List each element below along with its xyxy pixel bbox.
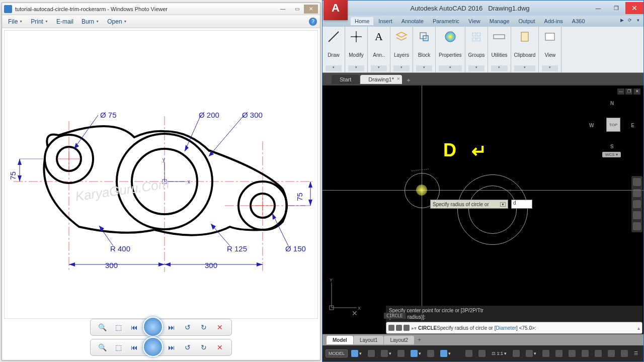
nav-showmotion-icon[interactable] — [633, 222, 641, 230]
status-grid-icon[interactable]: ▾ — [349, 349, 364, 358]
pv-titlebar[interactable]: tutorial-autocad-circle-trim-rockerarm -… — [2, 3, 320, 15]
panel-modify-expand[interactable]: ▾ — [348, 65, 364, 71]
panel-properties-expand[interactable]: ▾ — [439, 65, 462, 71]
close-button[interactable]: ✕ — [304, 5, 318, 14]
tab-insert[interactable]: Insert — [374, 17, 396, 25]
nav-zoom-icon[interactable] — [633, 200, 641, 208]
viewcube-wcs[interactable]: WCS ▾ — [602, 152, 621, 157]
menu-email[interactable]: E-mail — [53, 17, 76, 26]
status-isolate-icon[interactable] — [592, 349, 604, 358]
next-button-2[interactable]: ⏭ — [165, 341, 178, 354]
vp-close-icon[interactable]: ✕ — [633, 88, 640, 95]
layout-add-button[interactable]: + — [415, 335, 424, 344]
panel-utilities[interactable]: Utilities ▾ — [488, 27, 511, 72]
layout-2[interactable]: Layout2 — [384, 336, 414, 344]
status-workspace-icon[interactable]: ▾ — [523, 349, 539, 358]
panel-view[interactable]: View ▾ — [539, 27, 561, 72]
tab-annotate[interactable]: Annotate — [397, 17, 428, 25]
status-transparency-icon[interactable] — [476, 349, 488, 358]
measure-icon[interactable] — [491, 29, 507, 45]
status-ortho-icon[interactable] — [395, 349, 407, 358]
viewcube-top[interactable]: TOP — [606, 118, 620, 132]
panel-annotation-expand[interactable]: ▾ — [371, 65, 387, 71]
rotate-cw-icon-2[interactable]: ↻ — [197, 341, 210, 354]
status-osnap-icon[interactable]: ▾ — [438, 349, 453, 358]
tab-view[interactable]: View — [464, 17, 485, 25]
panel-clipboard-expand[interactable]: ▾ — [514, 65, 536, 71]
doctab-close-icon[interactable]: ✕ — [396, 76, 400, 81]
viewcube-s[interactable]: S — [610, 144, 614, 149]
panel-groups[interactable]: ⬚⬚⬚⬚ Groups ▾ — [465, 27, 489, 72]
status-infer-icon[interactable]: ▾ — [378, 349, 394, 358]
panel-draw-expand[interactable]: ▾ — [326, 65, 342, 71]
tab-collapse-icon[interactable]: ▾ — [634, 18, 641, 25]
dynamic-input[interactable]: d — [511, 200, 532, 209]
nav-pan-icon[interactable] — [633, 189, 641, 197]
properties-icon[interactable] — [442, 29, 458, 45]
tab-a360[interactable]: A360 — [568, 17, 589, 25]
panel-groups-expand[interactable]: ▾ — [468, 65, 485, 71]
acad-minimize-button[interactable]: — — [589, 2, 607, 14]
panel-block-expand[interactable]: ▾ — [416, 65, 432, 71]
nav-orbit-icon[interactable] — [633, 211, 641, 219]
doctab-add-button[interactable]: + — [403, 76, 414, 84]
autocad-logo-icon[interactable]: A — [324, 0, 348, 20]
status-model[interactable]: MODEL — [326, 349, 348, 357]
panel-layers[interactable]: Layers ▾ — [390, 27, 413, 72]
line-icon[interactable] — [326, 29, 342, 45]
cmd-toggle-icon[interactable] — [404, 325, 410, 331]
layout-1[interactable]: Layout1 — [354, 336, 384, 344]
panel-annotation[interactable]: A Ann.. ▾ — [368, 27, 390, 72]
paste-icon[interactable] — [517, 29, 533, 45]
layout-model[interactable]: Model — [327, 336, 353, 344]
menu-burn[interactable]: Burn▼ — [78, 17, 102, 26]
status-lockui-icon[interactable] — [579, 349, 591, 358]
block-icon[interactable] — [416, 29, 432, 45]
status-lineweight-icon[interactable] — [463, 349, 475, 358]
doctab-drawing1[interactable]: Drawing1*✕ — [360, 75, 402, 84]
panel-block[interactable]: Block ▾ — [413, 27, 436, 72]
status-gear-icon[interactable] — [510, 349, 522, 358]
tab-manage[interactable]: Manage — [486, 17, 514, 25]
rotate-ccw-icon-2[interactable]: ↺ — [181, 341, 194, 354]
menu-file[interactable]: File▼ — [5, 17, 26, 26]
viewcube-n[interactable]: N — [610, 101, 614, 106]
zoom-slider-icon[interactable]: 🔍 — [96, 321, 109, 334]
layers-icon[interactable] — [393, 29, 410, 45]
text-icon[interactable]: A — [371, 29, 387, 45]
acad-restore-button[interactable]: ❐ — [607, 2, 625, 14]
viewcube[interactable]: N W E S TOP WCS ▾ — [589, 101, 634, 156]
prompt-toggle-icon[interactable]: ▼ — [500, 202, 506, 207]
viewcube-e[interactable]: E — [631, 123, 634, 128]
panel-clipboard[interactable]: Clipboard ▾ — [511, 27, 539, 72]
tab-output[interactable]: Output — [515, 17, 539, 25]
delete-icon-2[interactable]: ✕ — [213, 341, 226, 354]
slideshow-button-2[interactable] — [143, 337, 163, 357]
actual-size-icon[interactable]: ⬚ — [112, 321, 125, 334]
status-quickprops-icon[interactable] — [566, 349, 578, 358]
cmd-recent-icon[interactable] — [396, 325, 402, 331]
panel-modify[interactable]: Modify ▾ — [345, 27, 368, 72]
vp-restore-icon[interactable]: ❐ — [625, 88, 632, 95]
cmd-expand-icon[interactable]: ▴ — [637, 325, 640, 331]
acad-titlebar[interactable]: A Autodesk AutoCAD 2016 Drawing1.dwg — ❐… — [323, 1, 643, 16]
status-annoscale-icon[interactable]: ⚖ 1:1▾ — [489, 350, 509, 357]
prev-button-2[interactable]: ⏮ — [128, 341, 141, 354]
status-cleanscreen-icon[interactable] — [618, 349, 630, 358]
maximize-button[interactable]: ▭ — [290, 5, 304, 14]
rotate-ccw-icon[interactable]: ↺ — [181, 321, 194, 334]
panel-view-expand[interactable]: ▾ — [542, 65, 558, 71]
panel-utilities-expand[interactable]: ▾ — [491, 65, 507, 71]
actual-size-icon-2[interactable]: ⬚ — [112, 341, 125, 354]
zoom-slider-icon-2[interactable]: 🔍 — [96, 341, 109, 354]
panel-draw[interactable]: Draw ▾ — [323, 27, 345, 72]
vp-minimize-icon[interactable]: — — [617, 88, 624, 95]
tab-addins[interactable]: Add-ins — [540, 17, 567, 25]
viewcube-w[interactable]: W — [589, 123, 594, 128]
acad-close-button[interactable]: ✕ — [625, 2, 643, 14]
menu-print[interactable]: Print▼ — [28, 17, 51, 26]
status-annomonitor-icon[interactable] — [540, 349, 552, 358]
tab-parametric[interactable]: Parametric — [429, 17, 463, 25]
panel-layers-expand[interactable]: ▾ — [393, 65, 410, 71]
status-customize-icon[interactable]: ☰ — [631, 350, 640, 357]
